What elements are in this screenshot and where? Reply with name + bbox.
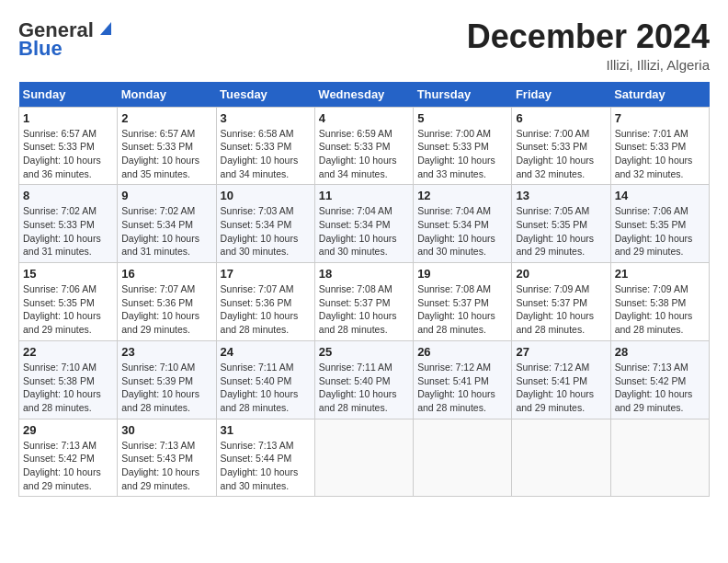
day-number-26: 26	[417, 345, 507, 359]
day-cell-9: 9 Sunrise: 7:02 AM Sunset: 5:34 PM Dayli…	[118, 185, 216, 263]
day-number-25: 25	[319, 345, 409, 359]
day-cell-13: 13 Sunrise: 7:05 AM Sunset: 5:35 PM Dayl…	[512, 185, 610, 263]
day-cell-7: 7 Sunrise: 7:01 AM Sunset: 5:33 PM Dayli…	[610, 107, 709, 185]
day-cell-10: 10 Sunrise: 7:03 AM Sunset: 5:34 PM Dayl…	[216, 185, 314, 263]
day-cell-27: 27 Sunrise: 7:12 AM Sunset: 5:41 PM Dayl…	[512, 340, 610, 419]
header-monday: Monday	[118, 82, 216, 108]
weekday-header-row: Sunday Monday Tuesday Wednesday Thursday…	[19, 82, 710, 108]
calendar-week-4: 22 Sunrise: 7:10 AM Sunset: 5:38 PM Dayl…	[19, 340, 710, 419]
month-title: December 2024	[467, 18, 710, 55]
calendar-week-3: 15 Sunrise: 7:06 AM Sunset: 5:35 PM Dayl…	[19, 263, 710, 341]
day-cell-2: 2 Sunrise: 6:57 AM Sunset: 5:33 PM Dayli…	[118, 107, 216, 185]
header-tuesday: Tuesday	[216, 82, 314, 108]
day-number-30: 30	[121, 423, 211, 437]
day-number-22: 22	[23, 345, 113, 359]
day-cell-17: 17 Sunrise: 7:07 AM Sunset: 5:36 PM Dayl…	[216, 263, 314, 341]
empty-cell	[512, 419, 610, 497]
day-cell-25: 25 Sunrise: 7:11 AM Sunset: 5:40 PM Dayl…	[314, 340, 413, 419]
day-info-14: Sunrise: 7:06 AM Sunset: 5:35 PM Dayligh…	[615, 204, 705, 259]
day-number-28: 28	[615, 345, 705, 359]
day-info-7: Sunrise: 7:01 AM Sunset: 5:33 PM Dayligh…	[615, 127, 705, 181]
day-cell-26: 26 Sunrise: 7:12 AM Sunset: 5:41 PM Dayl…	[414, 340, 512, 419]
day-number-31: 31	[221, 423, 311, 437]
day-number-3: 3	[221, 111, 311, 125]
day-number-5: 5	[417, 111, 507, 125]
day-info-8: Sunrise: 7:02 AM Sunset: 5:33 PM Dayligh…	[23, 204, 113, 259]
day-info-17: Sunrise: 7:07 AM Sunset: 5:36 PM Dayligh…	[221, 282, 311, 337]
day-info-2: Sunrise: 6:57 AM Sunset: 5:33 PM Dayligh…	[121, 127, 211, 181]
empty-cell	[610, 419, 709, 497]
day-number-11: 11	[319, 189, 409, 202]
day-number-8: 8	[23, 189, 113, 202]
day-cell-6: 6 Sunrise: 7:00 AM Sunset: 5:33 PM Dayli…	[512, 107, 610, 185]
header-sunday: Sunday	[19, 82, 118, 108]
day-cell-31: 31 Sunrise: 7:13 AM Sunset: 5:44 PM Dayl…	[216, 419, 314, 497]
day-cell-16: 16 Sunrise: 7:07 AM Sunset: 5:36 PM Dayl…	[118, 263, 216, 341]
day-cell-11: 11 Sunrise: 7:04 AM Sunset: 5:34 PM Dayl…	[314, 185, 413, 263]
day-number-12: 12	[417, 189, 507, 202]
day-cell-24: 24 Sunrise: 7:11 AM Sunset: 5:40 PM Dayl…	[216, 340, 314, 419]
day-info-20: Sunrise: 7:09 AM Sunset: 5:37 PM Dayligh…	[516, 282, 606, 337]
header-thursday: Thursday	[414, 82, 512, 108]
logo-blue: Blue	[18, 37, 63, 61]
day-info-10: Sunrise: 7:03 AM Sunset: 5:34 PM Dayligh…	[221, 204, 311, 259]
day-info-11: Sunrise: 7:04 AM Sunset: 5:34 PM Dayligh…	[319, 204, 409, 259]
day-cell-20: 20 Sunrise: 7:09 AM Sunset: 5:37 PM Dayl…	[512, 263, 610, 341]
day-info-5: Sunrise: 7:00 AM Sunset: 5:33 PM Dayligh…	[417, 127, 507, 181]
day-number-18: 18	[319, 267, 409, 281]
day-info-16: Sunrise: 7:07 AM Sunset: 5:36 PM Dayligh…	[121, 282, 211, 337]
day-number-19: 19	[417, 267, 507, 281]
day-number-1: 1	[23, 111, 113, 125]
day-info-22: Sunrise: 7:10 AM Sunset: 5:38 PM Dayligh…	[23, 361, 113, 415]
day-cell-3: 3 Sunrise: 6:58 AM Sunset: 5:33 PM Dayli…	[216, 107, 314, 185]
day-cell-4: 4 Sunrise: 6:59 AM Sunset: 5:33 PM Dayli…	[314, 107, 413, 185]
day-cell-23: 23 Sunrise: 7:10 AM Sunset: 5:39 PM Dayl…	[118, 340, 216, 419]
logo-icon	[95, 18, 115, 39]
day-info-29: Sunrise: 7:13 AM Sunset: 5:42 PM Dayligh…	[23, 439, 113, 493]
day-info-9: Sunrise: 7:02 AM Sunset: 5:34 PM Dayligh…	[121, 204, 211, 259]
day-cell-21: 21 Sunrise: 7:09 AM Sunset: 5:38 PM Dayl…	[610, 263, 709, 341]
day-cell-30: 30 Sunrise: 7:13 AM Sunset: 5:43 PM Dayl…	[118, 419, 216, 497]
day-number-21: 21	[615, 267, 705, 281]
calendar-week-1: 1 Sunrise: 6:57 AM Sunset: 5:33 PM Dayli…	[19, 107, 710, 185]
day-info-18: Sunrise: 7:08 AM Sunset: 5:37 PM Dayligh…	[319, 282, 409, 337]
day-number-6: 6	[516, 111, 606, 125]
day-number-16: 16	[121, 267, 211, 281]
empty-cell	[414, 419, 512, 497]
day-cell-18: 18 Sunrise: 7:08 AM Sunset: 5:37 PM Dayl…	[314, 263, 413, 341]
day-cell-15: 15 Sunrise: 7:06 AM Sunset: 5:35 PM Dayl…	[19, 263, 118, 341]
day-cell-5: 5 Sunrise: 7:00 AM Sunset: 5:33 PM Dayli…	[414, 107, 512, 185]
title-area: December 2024 Illizi, Illizi, Algeria	[467, 18, 710, 73]
day-info-12: Sunrise: 7:04 AM Sunset: 5:34 PM Dayligh…	[417, 204, 507, 259]
calendar-week-2: 8 Sunrise: 7:02 AM Sunset: 5:33 PM Dayli…	[19, 185, 710, 263]
day-number-27: 27	[516, 345, 606, 359]
day-number-24: 24	[221, 345, 311, 359]
day-number-23: 23	[121, 345, 211, 359]
day-number-10: 10	[221, 189, 311, 202]
day-number-9: 9	[121, 189, 211, 202]
day-cell-29: 29 Sunrise: 7:13 AM Sunset: 5:42 PM Dayl…	[19, 419, 118, 497]
day-info-6: Sunrise: 7:00 AM Sunset: 5:33 PM Dayligh…	[516, 127, 606, 181]
day-info-30: Sunrise: 7:13 AM Sunset: 5:43 PM Dayligh…	[121, 439, 211, 493]
day-number-4: 4	[319, 111, 409, 125]
day-cell-1: 1 Sunrise: 6:57 AM Sunset: 5:33 PM Dayli…	[19, 107, 118, 185]
day-cell-22: 22 Sunrise: 7:10 AM Sunset: 5:38 PM Dayl…	[19, 340, 118, 419]
empty-cell	[314, 419, 413, 497]
header-friday: Friday	[512, 82, 610, 108]
day-number-2: 2	[121, 111, 211, 125]
day-info-19: Sunrise: 7:08 AM Sunset: 5:37 PM Dayligh…	[417, 282, 507, 337]
day-info-21: Sunrise: 7:09 AM Sunset: 5:38 PM Dayligh…	[615, 282, 705, 337]
day-cell-19: 19 Sunrise: 7:08 AM Sunset: 5:37 PM Dayl…	[414, 263, 512, 341]
day-cell-14: 14 Sunrise: 7:06 AM Sunset: 5:35 PM Dayl…	[610, 185, 709, 263]
day-cell-28: 28 Sunrise: 7:13 AM Sunset: 5:42 PM Dayl…	[610, 340, 709, 419]
svg-marker-0	[100, 22, 111, 35]
header-wednesday: Wednesday	[314, 82, 413, 108]
day-info-13: Sunrise: 7:05 AM Sunset: 5:35 PM Dayligh…	[516, 204, 606, 259]
day-number-15: 15	[23, 267, 113, 281]
day-info-28: Sunrise: 7:13 AM Sunset: 5:42 PM Dayligh…	[615, 361, 705, 415]
day-number-7: 7	[615, 111, 705, 125]
calendar-table: Sunday Monday Tuesday Wednesday Thursday…	[18, 82, 710, 498]
day-info-25: Sunrise: 7:11 AM Sunset: 5:40 PM Dayligh…	[319, 361, 409, 415]
day-number-14: 14	[615, 189, 705, 202]
logo: General Blue	[18, 18, 115, 61]
